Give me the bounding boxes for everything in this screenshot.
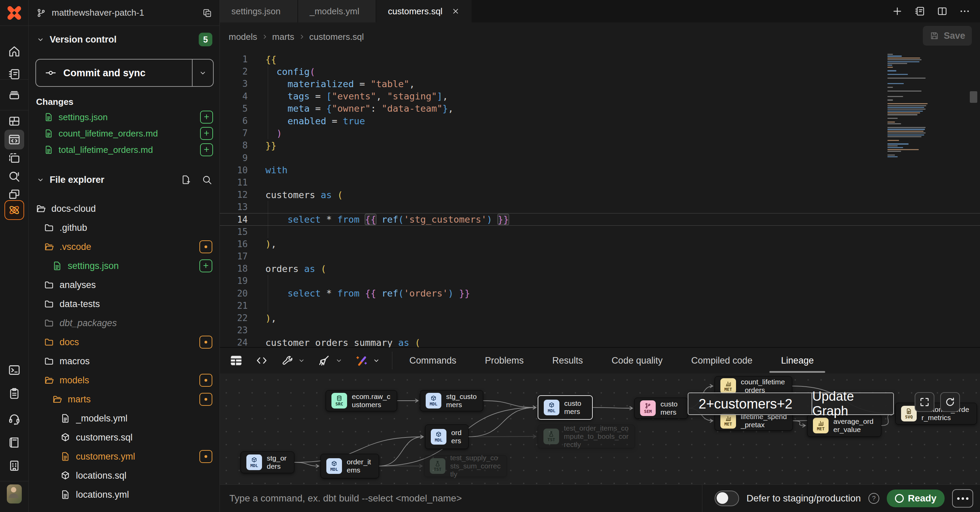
tree-item-models[interactable]: models (29, 371, 220, 390)
change-item[interactable]: total_lifetime_orders.md + (29, 142, 220, 158)
code-line[interactable]: 10with (220, 164, 980, 176)
more-actions-icon[interactable] (959, 5, 970, 17)
tree-item-marts[interactable]: marts (29, 390, 220, 409)
code-line[interactable]: 22), (220, 312, 980, 324)
code-line[interactable]: 14 select * from {{ ref('stg_customers')… (220, 213, 980, 225)
breadcrumb-segment[interactable]: customers.sql (309, 32, 364, 42)
lineage-canvas[interactable]: SRC ecom.raw_customers MDL stg_customers… (220, 373, 980, 485)
search-icon[interactable] (202, 174, 212, 185)
command-input[interactable]: Type a command, ex. dbt build --select <… (220, 493, 702, 504)
code-window-icon[interactable] (5, 130, 24, 150)
code-line[interactable]: 4 tags = ["events", "staging"], (220, 90, 980, 102)
lineage-node-stg_customers[interactable]: MDL stg_customers (420, 390, 483, 411)
chevron-down-icon[interactable] (335, 356, 343, 365)
code-line[interactable]: 7 ) (220, 127, 980, 139)
lineage-node-stg_orders[interactable]: MDL stg_orders (240, 451, 294, 473)
notebook-icon[interactable] (914, 5, 926, 17)
code-line[interactable]: 6 enabled = true (220, 115, 980, 127)
dashed-frame-icon[interactable] (7, 151, 22, 166)
lineage-node-order_items[interactable]: MDL order_items (321, 454, 379, 478)
tab-settings.json[interactable]: settings.json (220, 0, 298, 22)
magic-wand-icon[interactable] (355, 354, 368, 367)
code-line[interactable]: 9 (220, 152, 980, 164)
minimap[interactable] (888, 54, 956, 163)
new-file-icon[interactable] (180, 174, 191, 185)
panel-tab-problems[interactable]: Problems (471, 348, 538, 373)
lineage-node-orders[interactable]: MDL orders (425, 424, 469, 449)
tree-item-docs[interactable]: docs (29, 333, 220, 352)
tree-item-.vscode[interactable]: .vscode (29, 237, 220, 256)
tree-item-analyses[interactable]: analyses (29, 275, 220, 295)
tree-item-.github[interactable]: .github (29, 218, 220, 237)
fullscreen-button[interactable] (915, 392, 934, 412)
commit-options-dropdown[interactable] (192, 59, 213, 86)
version-control-header[interactable]: Version control 5 (36, 33, 212, 46)
grid-icon[interactable] (7, 114, 22, 129)
building-icon[interactable] (7, 458, 22, 473)
tab-customers.sql[interactable]: customers.sql (376, 0, 472, 22)
clipboard-icon[interactable] (7, 386, 22, 401)
windows-icon[interactable] (7, 187, 22, 201)
panel-tab-commands[interactable]: Commands (395, 348, 471, 373)
save-button[interactable]: Save (923, 26, 972, 46)
book-icon[interactable] (7, 435, 22, 450)
lineage-node-test_supply[interactable]: TST test_supply_costs_sum_correctly (424, 455, 507, 477)
status-badge[interactable]: Ready (887, 490, 945, 507)
tree-item-_models.yml[interactable]: _models.yml (29, 409, 220, 428)
terminal-icon[interactable] (7, 362, 22, 378)
tree-item-docs-cloud[interactable]: docs-cloud (29, 199, 220, 218)
breadcrumb-segment[interactable]: models (229, 32, 257, 42)
panel-tab-code-quality[interactable]: Code quality (597, 348, 677, 373)
code-line[interactable]: 5 meta = {"owner": "data-team"}, (220, 102, 980, 115)
headset-icon[interactable] (7, 411, 22, 426)
more-options-button[interactable] (952, 489, 973, 507)
lineage-node-customers_sem[interactable]: SEM customers (634, 398, 688, 419)
code-line[interactable]: 16), (220, 238, 980, 250)
tree-item-customers.sql[interactable]: customers.sql (29, 428, 220, 447)
home-icon[interactable] (7, 44, 22, 59)
panel-tab-lineage[interactable]: Lineage (767, 348, 828, 373)
new-tab-icon[interactable] (891, 5, 903, 17)
code-line[interactable]: 20 select * from {{ ref('orders') }} (220, 287, 980, 300)
lineage-node-raw_customers[interactable]: SRC ecom.raw_customers (326, 390, 397, 411)
code-line[interactable]: 1{{ (220, 53, 980, 65)
defer-toggle[interactable] (714, 491, 739, 506)
help-icon[interactable]: ? (869, 493, 879, 504)
close-icon[interactable] (451, 7, 460, 16)
split-editor-icon[interactable] (937, 5, 948, 17)
lineage-node-customer_order_metrics[interactable]: SVQ customer_order_metrics (895, 403, 977, 424)
wrench-icon[interactable] (280, 354, 293, 367)
change-item[interactable]: settings.json + (29, 109, 220, 125)
tree-item-data-tests[interactable]: data-tests (29, 295, 220, 314)
code-line[interactable]: 23 (220, 324, 980, 337)
user-avatar[interactable] (7, 486, 22, 501)
code-line[interactable]: 3 materialized = "table", (220, 78, 980, 90)
chevron-down-icon[interactable] (298, 356, 305, 365)
chevron-down-icon[interactable] (372, 356, 380, 365)
editor-scrollbar[interactable] (970, 91, 977, 103)
tree-item-dbt_packages[interactable]: dbt_packages (29, 314, 220, 333)
archive-icon[interactable] (7, 88, 22, 103)
tab-_models.yml[interactable]: _models.yml (298, 0, 376, 22)
code-line[interactable]: 11 (220, 176, 980, 188)
panel-tab-compiled-code[interactable]: Compiled code (677, 348, 767, 373)
tree-item-settings.json[interactable]: settings.json+ (29, 256, 220, 275)
branch-selector[interactable]: matthewshaver-patch-1 (29, 0, 220, 26)
code-editor[interactable]: 1{{2 config(3 materialized = "table",4 t… (220, 51, 980, 347)
tree-item-locations.yml[interactable]: locations.yml (29, 485, 220, 504)
search-chart-icon[interactable] (7, 169, 22, 184)
code-line[interactable]: 18orders as ( (220, 262, 980, 275)
lineage-node-test_order_items[interactable]: TST test_order_items_compute_to_bools_co… (538, 424, 635, 448)
broom-icon[interactable] (317, 354, 331, 367)
tree-item-macros[interactable]: macros (29, 352, 220, 371)
code-line[interactable]: 8}} (220, 139, 980, 152)
update-graph-button[interactable]: Update Graph (811, 393, 893, 414)
code-line[interactable]: 13 (220, 201, 980, 213)
tree-item-customers.yml[interactable]: customers.yml (29, 447, 220, 466)
code-line[interactable]: 15 (220, 226, 980, 238)
table-icon[interactable] (229, 353, 243, 368)
refresh-graph-button[interactable] (940, 392, 960, 412)
atom-icon[interactable] (5, 200, 24, 220)
code-line[interactable]: 19 (220, 275, 980, 287)
change-item[interactable]: count_lifetime_orders.md + (29, 125, 220, 142)
